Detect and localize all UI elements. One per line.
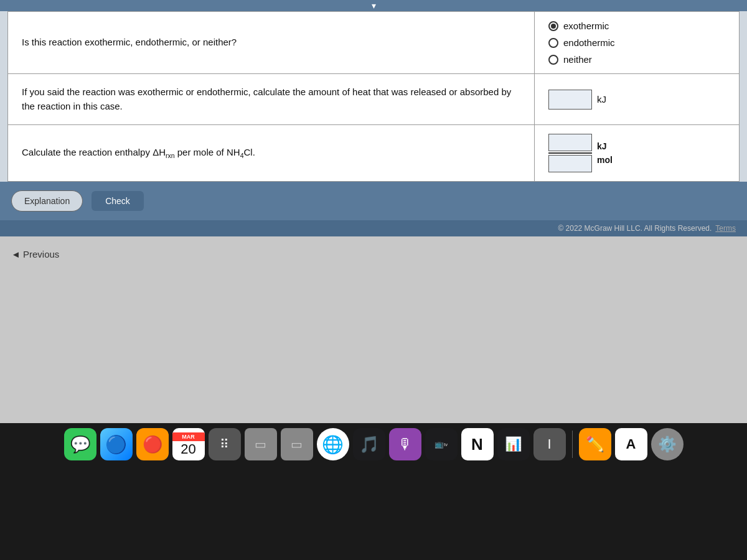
dock-launchpad[interactable]: ⠿ [209, 428, 241, 460]
messages-icon: 💬 [70, 435, 90, 454]
unit-kj: kJ [597, 94, 606, 105]
chrome-icon: 🌐 [322, 434, 344, 455]
table-row: Is this reaction exothermic, endothermic… [8, 12, 740, 74]
calendar-day: 20 [181, 442, 195, 456]
radio-label-exothermic: exothermic [563, 21, 609, 31]
scroll-hint[interactable] [0, 0, 747, 11]
radio-circle-exothermic[interactable] [548, 21, 558, 31]
dock-font[interactable]: A [615, 428, 647, 460]
fraction-container-3: kJ mol [548, 134, 725, 172]
gray1-icon: ▭ [255, 437, 266, 452]
dock-item-gray1[interactable]: ▭ [245, 428, 277, 460]
photos-icon: 🔴 [143, 435, 162, 454]
copyright-text: © 2022 McGraw Hill LLC. All Rights Reser… [558, 224, 712, 233]
finder-icon: 🔵 [105, 434, 127, 455]
dock-chrome[interactable]: 🌐 [317, 428, 349, 460]
pencil-icon: ✏️ [586, 436, 604, 453]
question-1-answer: exothermic endothermic neither [535, 12, 740, 74]
fraction-numerator-input[interactable] [548, 134, 592, 151]
fraction-line [548, 152, 592, 154]
copyright-bar: © 2022 McGraw Hill LLC. All Rights Reser… [0, 220, 747, 236]
input-unit-row-2: kJ [548, 90, 725, 110]
explanation-button[interactable]: Explanation [11, 190, 83, 212]
previous-link[interactable]: ◄ Previous [11, 249, 736, 259]
question-1-text: Is this reaction exothermic, endothermic… [8, 12, 535, 74]
dock-podcasts[interactable]: 🎙 [389, 428, 421, 460]
font-icon: A [626, 436, 636, 452]
bottom-toolbar: Explanation Check [0, 182, 747, 220]
dock-separator [572, 431, 573, 458]
radio-exothermic[interactable]: exothermic [548, 21, 725, 31]
dock-settings[interactable]: ⚙️ [651, 428, 684, 460]
settings-icon: ⚙️ [658, 436, 677, 453]
music-icon: 🎵 [359, 435, 379, 454]
question-table: Is this reaction exothermic, endothermic… [7, 11, 740, 182]
appletv-icon: 📺 [435, 440, 444, 449]
question-3-answer: kJ mol [535, 125, 740, 182]
heat-input[interactable] [548, 90, 592, 110]
radio-neither[interactable]: neither [548, 54, 725, 65]
dock-music[interactable]: 🎵 [353, 428, 385, 460]
dock-finder[interactable]: 🔵 [100, 428, 133, 460]
dock-calendar[interactable]: MAR 20 [172, 428, 205, 460]
dock: 💬 🔵 🔴 MAR 20 ⠿ ▭ ▭ 🌐 � [0, 423, 747, 463]
gray2-icon: ▭ [291, 437, 303, 452]
radio-label-neither: neither [563, 54, 592, 65]
table-row: Calculate the reaction enthalpy ΔHrxn pe… [8, 125, 740, 182]
launchpad-icon: ⠿ [220, 437, 229, 452]
radio-group-1: exothermic endothermic neither [548, 21, 725, 65]
question-2-text: If you said the reaction was exothermic … [8, 74, 535, 125]
question-3-text: Calculate the reaction enthalpy ΔHrxn pe… [8, 125, 535, 182]
check-button[interactable]: Check [92, 191, 144, 211]
dock-pencil[interactable]: ✏️ [579, 428, 611, 460]
podcasts-icon: 🎙 [398, 436, 413, 453]
table-row: If you said the reaction was exothermic … [8, 74, 740, 125]
fraction-unit-top: kJ [597, 141, 607, 151]
nav-bar: ◄ Previous [0, 236, 747, 272]
dock-notion[interactable]: N [461, 428, 494, 460]
radio-label-endothermic: endothermic [563, 37, 615, 48]
dock-textinput[interactable]: I [533, 428, 566, 460]
notion-icon: N [471, 435, 483, 454]
calendar-month: MAR [172, 432, 205, 441]
textinput-icon: I [547, 436, 551, 452]
fraction-inputs [548, 134, 592, 172]
dock-photos[interactable]: 🔴 [136, 428, 169, 460]
dock-item-gray2[interactable]: ▭ [281, 428, 313, 460]
radio-endothermic[interactable]: endothermic [548, 37, 725, 48]
dock-appletv[interactable]: 📺 tv [425, 428, 458, 460]
fraction-denominator-input[interactable] [548, 155, 592, 172]
stats-icon: 📊 [505, 436, 522, 452]
radio-circle-neither[interactable] [548, 55, 558, 65]
fraction-unit-bottom: mol [597, 155, 613, 165]
dock-stats[interactable]: 📊 [497, 428, 530, 460]
dock-messages[interactable]: 💬 [64, 428, 96, 460]
radio-circle-endothermic[interactable] [548, 38, 558, 48]
fraction-labels: kJ mol [597, 141, 613, 165]
terms-link[interactable]: Terms [715, 224, 736, 233]
macos-dock-area: 💬 🔵 🔴 MAR 20 ⠿ ▭ ▭ 🌐 � [0, 423, 747, 560]
main-content: Is this reaction exothermic, endothermic… [0, 11, 747, 182]
question-2-answer: kJ [535, 74, 740, 125]
